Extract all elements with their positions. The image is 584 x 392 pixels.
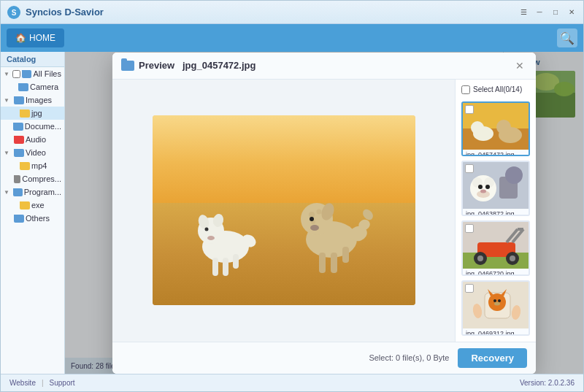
video-label: Video bbox=[26, 148, 46, 157]
thumbnail-panel: Select All(0/14) bbox=[456, 80, 536, 342]
toolbar: 🏠 HOME 🔍 bbox=[1, 24, 583, 52]
thumbnail-item-3[interactable]: jpg_0466720.jpg bbox=[461, 220, 530, 276]
camera-label: Camera bbox=[30, 82, 58, 91]
status-separator: | bbox=[42, 379, 44, 387]
svg-point-37 bbox=[496, 120, 511, 134]
sidebar-item-exe[interactable]: exe bbox=[1, 199, 64, 212]
docs-label: Docume... bbox=[25, 122, 61, 131]
svg-point-46 bbox=[485, 185, 490, 189]
thumb-checkbox-3[interactable] bbox=[465, 224, 474, 233]
home-button[interactable]: 🏠 HOME bbox=[7, 28, 64, 47]
expand-icon: ▼ bbox=[4, 189, 12, 196]
home-label: HOME bbox=[29, 33, 55, 43]
exe-folder-icon bbox=[20, 201, 30, 210]
sidebar-item-audio[interactable]: Audio bbox=[1, 133, 64, 146]
dialog-footer: Select: 0 file(s), 0 Byte Recovery bbox=[112, 342, 536, 374]
select-all-checkbox[interactable] bbox=[461, 85, 470, 94]
sidebar: Catalog ▼ All Files Camera ▼ Images bbox=[1, 52, 65, 374]
thumb-checkbox-1[interactable] bbox=[465, 105, 474, 114]
mp4-folder-icon bbox=[20, 162, 30, 170]
svg-point-53 bbox=[477, 255, 483, 261]
dialog-overlay: Preview jpg_0457472.jpg ✕ bbox=[65, 52, 583, 374]
svg-point-65 bbox=[494, 301, 500, 305]
thumb-checkbox-2[interactable] bbox=[465, 164, 474, 173]
sidebar-item-images[interactable]: ▼ Images bbox=[1, 93, 64, 107]
svg-point-11 bbox=[207, 236, 215, 240]
mp4-label: mp4 bbox=[31, 161, 47, 170]
website-link[interactable]: Website bbox=[9, 379, 36, 387]
app-logo: S bbox=[7, 5, 21, 20]
sidebar-item-compress[interactable]: Compres... bbox=[1, 172, 64, 185]
video-folder-icon bbox=[14, 149, 24, 157]
dialog-close-button[interactable]: ✕ bbox=[512, 58, 527, 73]
app-title: Syncios D-Savior bbox=[26, 7, 518, 18]
window-controls: ☰ ─ □ ✕ bbox=[518, 7, 577, 18]
title-bar: S Syncios D-Savior ☰ ─ □ ✕ bbox=[1, 1, 583, 24]
thumb-checkbox-4[interactable] bbox=[465, 284, 474, 293]
jpg-label: jpg bbox=[31, 109, 42, 118]
select-all-label: Select All(0/14) bbox=[473, 85, 522, 93]
search-button[interactable]: 🔍 bbox=[557, 28, 577, 47]
preview-dogs-image bbox=[153, 115, 415, 305]
version-label: Version: 2.0.2.36 bbox=[520, 379, 575, 387]
sidebar-item-camera[interactable]: Camera bbox=[1, 80, 64, 93]
thumbnail-item-2[interactable]: jpg_0463872.jpg bbox=[461, 161, 530, 216]
audio-folder-icon bbox=[14, 136, 24, 144]
jpg-folder-icon bbox=[20, 109, 30, 118]
others-folder-icon bbox=[14, 215, 24, 223]
svg-point-19 bbox=[309, 212, 315, 218]
svg-point-54 bbox=[510, 255, 515, 261]
exe-label: exe bbox=[31, 201, 45, 210]
svg-point-12 bbox=[204, 228, 208, 231]
programs-label: Program... bbox=[24, 188, 61, 196]
minimize-btn[interactable]: ─ bbox=[534, 7, 545, 18]
expand-icon: ▼ bbox=[4, 71, 11, 77]
audio-label: Audio bbox=[26, 135, 46, 144]
svg-text:S: S bbox=[12, 9, 17, 17]
dialog-folder-icon bbox=[121, 61, 134, 71]
dialog-body: Select All(0/14) bbox=[112, 80, 536, 342]
app-window: S Syncios D-Savior ☰ ─ □ ✕ 🏠 HOME 🔍 Cata… bbox=[0, 0, 584, 392]
menu-btn[interactable]: ☰ bbox=[518, 7, 529, 18]
sidebar-item-others[interactable]: Others bbox=[1, 212, 64, 225]
search-icon: 🔍 bbox=[560, 31, 575, 45]
dogs-svg bbox=[153, 145, 415, 291]
sidebar-item-documents[interactable]: Docume... bbox=[1, 120, 64, 133]
svg-rect-14 bbox=[223, 258, 228, 276]
thumbnail-item-1[interactable]: jpg_0457472.jpg bbox=[461, 101, 530, 157]
svg-rect-15 bbox=[233, 254, 239, 269]
content-area: Catalog ▼ All Files Camera ▼ Images bbox=[1, 52, 583, 374]
dialog-title-bar: Preview jpg_0457472.jpg ✕ bbox=[112, 53, 536, 80]
allfiles-label: All Files bbox=[33, 69, 61, 78]
sidebar-item-mp4[interactable]: mp4 bbox=[1, 159, 64, 172]
svg-point-35 bbox=[471, 121, 484, 134]
dialog-title: Preview jpg_0457472.jpg bbox=[139, 60, 512, 71]
allfiles-checkbox[interactable] bbox=[12, 70, 20, 78]
close-btn[interactable]: ✕ bbox=[566, 7, 577, 18]
thumb-label-2: jpg_0463872.jpg bbox=[463, 209, 529, 216]
thumb-label-1: jpg_0457472.jpg bbox=[463, 150, 529, 157]
sidebar-item-programs[interactable]: ▼ Program... bbox=[1, 185, 64, 199]
recovery-button[interactable]: Recovery bbox=[458, 348, 527, 368]
compress-folder-icon bbox=[14, 175, 20, 183]
svg-point-45 bbox=[478, 185, 483, 189]
maximize-btn[interactable]: □ bbox=[550, 7, 561, 18]
svg-rect-26 bbox=[319, 253, 326, 273]
sidebar-item-jpg[interactable]: jpg bbox=[1, 107, 64, 120]
thumb-label-4: jpg_0469312.jpg bbox=[463, 328, 529, 336]
svg-point-20 bbox=[316, 210, 321, 215]
svg-point-47 bbox=[480, 190, 486, 193]
preview-image-area bbox=[112, 80, 456, 342]
main-content: Preview ...jpg type: Found: 28 file(s), … bbox=[65, 52, 583, 374]
programs-folder-icon bbox=[13, 188, 23, 196]
thumbnail-item-4[interactable]: jpg_0469312.jpg bbox=[461, 280, 530, 336]
support-link[interactable]: Support bbox=[50, 379, 75, 387]
docs-folder-icon bbox=[13, 123, 23, 131]
svg-point-24 bbox=[310, 225, 319, 231]
svg-rect-13 bbox=[212, 258, 218, 276]
svg-point-40 bbox=[505, 166, 523, 184]
select-all-row: Select All(0/14) bbox=[461, 85, 530, 97]
sidebar-item-video[interactable]: ▼ Video bbox=[1, 146, 64, 159]
camera-folder-icon bbox=[18, 83, 28, 91]
sidebar-item-allfiles[interactable]: ▼ All Files bbox=[1, 67, 64, 80]
